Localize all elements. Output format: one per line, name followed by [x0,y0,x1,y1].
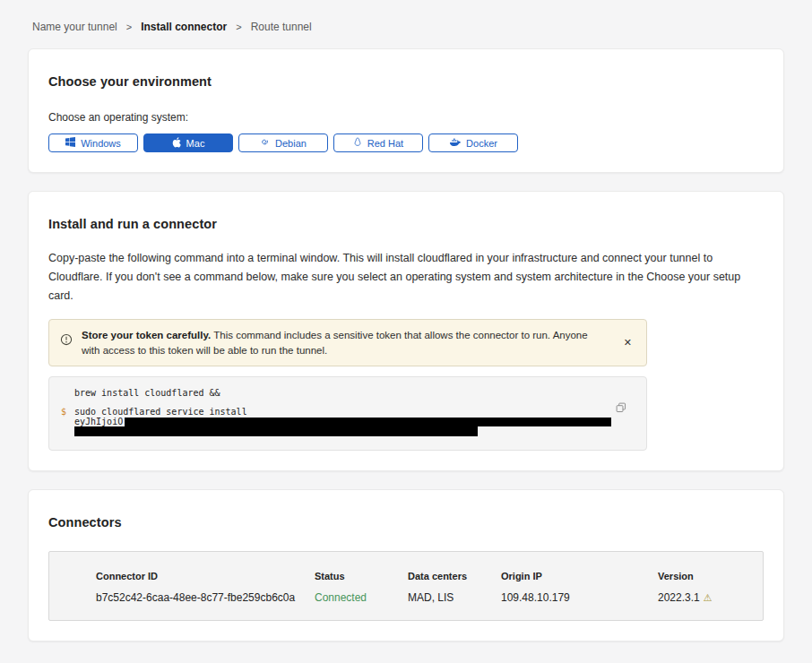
environment-card-title: Choose your environment [48,74,764,89]
breadcrumb-separator: > [126,22,132,32]
debian-icon [260,137,270,149]
os-button-docker[interactable]: Docker [428,133,518,152]
install-command-codeblock: $ brew install cloudflared && sudo cloud… [48,376,647,451]
install-card-description: Copy-paste the following command into a … [48,249,764,306]
token-line: eyJhIjoiO [74,417,607,426]
close-icon[interactable]: ✕ [620,335,635,350]
os-button-redhat[interactable]: Red Hat [333,133,423,152]
breadcrumb-install-connector[interactable]: Install connector [141,21,227,33]
connectors-table-header: Connector ID Status Data centers Origin … [96,571,754,581]
os-button-debian[interactable]: Debian [238,133,328,152]
os-button-label: Docker [466,138,497,149]
os-button-label: Mac [186,138,205,149]
command-line-1: brew install cloudflared && [74,388,607,398]
redacted-token-bar [74,426,478,436]
data-centers-value: MAD, LIS [408,591,501,604]
breadcrumb-name-your-tunnel[interactable]: Name your tunnel [32,21,117,33]
breadcrumb-route-tunnel[interactable]: Route tunnel [251,21,312,33]
os-button-label: Debian [275,138,307,149]
os-select-label: Choose an operating system: [48,111,764,124]
column-header-origin-ip: Origin IP [501,571,658,581]
connector-id-value: b7c52c42-6caa-48ee-8c77-fbe259cb6c0a [96,591,315,604]
alert-title: Store your token carefully. [82,330,211,340]
os-button-mac[interactable]: Mac [143,133,233,152]
column-header-status: Status [315,571,408,581]
connectors-card: Connectors Connector ID Status Data cent… [28,489,784,641]
connectors-card-title: Connectors [48,515,764,530]
copy-icon[interactable] [614,400,628,418]
token-warning-alert: Store your token carefully. This command… [48,319,647,366]
os-button-windows[interactable]: Windows [48,133,138,152]
install-card-title: Install and run a connector [48,217,764,231]
table-row: b7c52c42-6caa-48ee-8c77-fbe259cb6c0a Con… [96,591,754,604]
column-header-version: Version [658,571,754,581]
redacted-token-bar [125,418,611,426]
os-button-group: Windows Mac Debian Red Hat [48,133,764,152]
breadcrumb-separator: > [236,22,241,32]
docker-icon [449,137,461,149]
info-icon [60,333,73,349]
warning-icon: ⚠ [704,593,713,603]
command-line-2: sudo cloudflared service install [74,407,607,417]
tunnel-setup-page: Name your tunnel > Install connector > R… [0,0,812,663]
install-connector-card: Install and run a connector Copy-paste t… [28,191,784,471]
alert-text: Store your token carefully. This command… [82,328,601,357]
version-value: 2022.3.1 [658,591,700,604]
token-prefix: eyJhIjoiO [74,417,123,426]
os-button-label: Windows [81,138,121,149]
windows-icon [65,137,75,149]
status-badge: Connected [315,591,408,604]
shell-prompt: $ [61,407,66,417]
connectors-table: Connector ID Status Data centers Origin … [48,551,764,621]
origin-ip-value: 109.48.10.179 [501,591,658,604]
breadcrumb: Name your tunnel > Install connector > R… [28,0,784,48]
redhat-icon [353,137,362,150]
environment-card: Choose your environment Choose an operat… [28,48,784,173]
column-header-data-centers: Data centers [408,571,501,581]
os-button-label: Red Hat [367,138,403,149]
version-cell: 2022.3.1 ⚠ [658,591,754,604]
apple-icon [172,137,181,150]
column-header-connector-id: Connector ID [96,571,315,581]
